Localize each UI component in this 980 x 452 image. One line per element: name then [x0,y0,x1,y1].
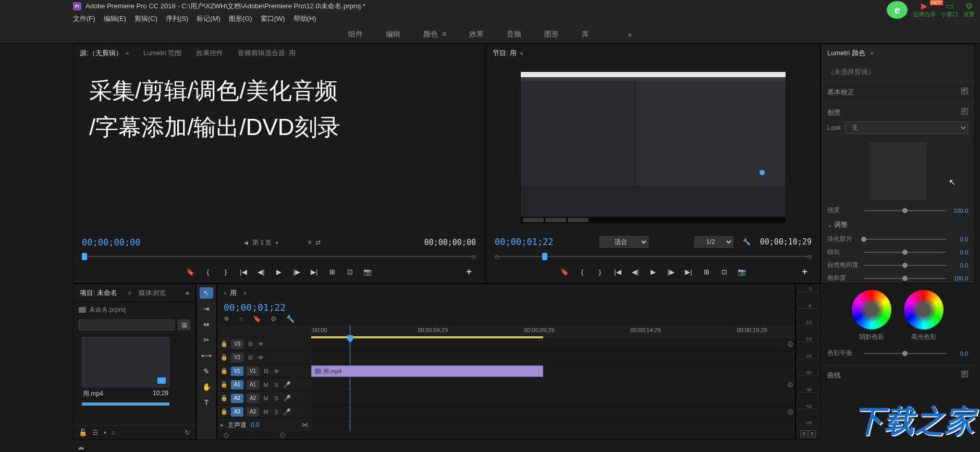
workspace-audio[interactable]: 音频 [507,30,521,39]
prog-export-frame-icon[interactable]: 📷 [737,266,747,277]
faded-value[interactable]: 0.0 [950,236,968,242]
timeline-zoom-scroll[interactable] [217,431,795,439]
shadow-tint-wheel[interactable] [852,290,891,329]
mute-icon[interactable]: M [262,382,270,388]
menu-help[interactable]: 帮助(H) [293,14,316,23]
prog-step-fwd-icon[interactable]: |▶ [666,266,676,277]
settings-tl-icon[interactable]: ⚙ [271,315,277,323]
lumetri-curves-section[interactable]: 曲线 [821,365,974,385]
workspace-effects[interactable]: 效果 [469,30,484,39]
track-v2[interactable]: 🔒 V2 ⊟ 👁 [217,351,311,364]
browser-icon[interactable]: e [887,1,908,19]
solo-right-icon[interactable]: S [808,430,816,437]
workspace-overflow-icon[interactable]: » [628,30,632,39]
menu-sequence[interactable]: 序列(S) [166,14,188,23]
slip-tool-icon[interactable]: ⟷ [200,350,213,361]
balance-value[interactable]: 0.0 [950,350,968,357]
zoom-fit-select[interactable]: 适合 [599,236,648,248]
prog-out-icon[interactable]: } [595,266,605,277]
pen-tool-icon[interactable]: ✎ [200,365,213,377]
settings-tool[interactable]: ⚙ 设置 [963,1,975,19]
expand-icon[interactable]: ▸ [220,421,224,429]
timeline-tracks[interactable]: ;00;00 00;00;04;29 00;00;09;29 00;00;14;… [311,325,795,431]
type-tool-icon[interactable]: T [200,397,213,408]
play-icon[interactable]: ▶ [274,266,284,277]
icon-view-icon[interactable]: ▪ [104,429,106,436]
prog-extract-icon[interactable]: ⊡ [719,266,729,277]
menu-markers[interactable]: 标记(M) [197,14,220,23]
arrows-icon[interactable]: ⇄ [315,239,321,246]
tab-project[interactable]: 项目: 未命名 [80,288,117,298]
saturation-slider[interactable] [864,278,946,279]
sharpen-slider[interactable] [864,252,946,253]
vscroll-handle[interactable] [788,341,793,347]
track-a1[interactable]: 🔒 A1 A1 M S 🎤 [217,378,311,392]
linked-selection-icon[interactable]: ∩ [239,315,243,323]
vibrance-value[interactable]: 0.0 [950,262,968,268]
selection-tool-icon[interactable]: ↖ [200,287,213,299]
creative-enable-checkbox[interactable] [961,108,968,115]
faded-slider[interactable] [864,239,946,240]
sharpen-value[interactable]: 0.0 [950,249,968,255]
program-scrubber[interactable] [495,253,812,264]
bowtie-icon[interactable]: ⋈ [302,421,308,429]
in-point-icon[interactable]: { [203,266,213,277]
track-a2[interactable]: 🔒 A2 A2 M S 🎤 [217,392,311,405]
marker-icon[interactable]: 🔖 [185,266,195,277]
clip-scrubber[interactable] [82,402,169,406]
list-view-icon[interactable]: ☰ [92,429,99,436]
curves-enable-checkbox[interactable] [961,371,968,377]
project-clip-item[interactable]: 用.mp4 10;29 [82,337,169,406]
step-fwd-icon[interactable]: |▶ [291,266,302,277]
list-icon[interactable]: ≡ [308,239,311,246]
page-dropdown-icon[interactable]: ▾ [276,240,278,246]
wrench-icon[interactable]: 🔧 [743,238,751,246]
timeline-ruler[interactable]: ;00;00 00;00;04;29 00;00;09;29 00;00;14;… [311,325,795,337]
ripple-tool-icon[interactable]: ⇔ [200,319,213,330]
lumetri-basic-section[interactable]: 基本校正 ↖ [821,82,974,102]
snap-icon[interactable]: ❄ [224,315,229,323]
track-a3[interactable]: 🔒 A3 A3 M S 🎤 [217,405,311,419]
hand-tool-icon[interactable]: ✋ [200,381,213,393]
master-track[interactable]: ▸ 主声道 0.0 ⋈ [217,419,311,431]
prog-add-button-icon[interactable]: + [802,266,807,277]
lumetri-creative-section[interactable]: 创意 Look 无 强度 100.0 ⌄调整 淡化胶片 0.0 锐化 0.0 [821,102,974,365]
menu-file[interactable]: 文件(F) [73,14,95,23]
page-prev-icon[interactable]: ◀ [244,240,248,246]
lock-icon[interactable]: 🔒 [220,340,228,347]
marker-tl-icon[interactable]: 🔖 [253,315,261,323]
saturation-value[interactable]: 100.0 [950,275,968,282]
export-frame-icon[interactable]: 📷 [362,266,373,277]
resolution-select[interactable]: 1/2 [694,236,733,248]
overwrite-icon[interactable]: ⊡ [345,266,355,277]
timeline-tab[interactable]: ×用≡ [224,288,789,298]
search-input[interactable] [79,320,175,330]
new-bin-icon[interactable]: ▦ [178,320,190,330]
goto-out-icon[interactable]: ▶| [309,266,320,277]
tab-effect-controls[interactable]: 效果控件 [196,48,223,58]
basic-enable-checkbox[interactable] [961,88,968,94]
timeline-timecode[interactable]: 00;00;01;22 [224,302,286,313]
project-overflow-icon[interactable]: » [186,289,189,297]
prog-goto-in-icon[interactable]: |◀ [612,266,623,277]
cloud-icon[interactable]: ☁ [77,443,84,451]
prog-goto-out-icon[interactable]: ▶| [683,266,694,277]
freeform-view-icon[interactable]: ○ [112,429,116,436]
tab-audio-mixer[interactable]: 音频剪辑混合器: 用 [238,48,296,58]
menu-graphics[interactable]: 图形(G) [229,14,252,23]
prog-play-icon[interactable]: ▶ [648,266,658,277]
timeline-clip[interactable]: 用.mp4 [311,365,543,377]
menu-clip[interactable]: 剪辑(C) [134,14,157,23]
workspace-color[interactable]: 颜色≡ [423,30,446,39]
highlight-tint-wheel[interactable] [904,290,944,329]
tab-lumetri-scopes[interactable]: Lumetri 范围 [143,48,181,58]
workspace-assembly[interactable]: 组件 [348,30,363,39]
insert-icon[interactable]: ⊞ [327,266,337,277]
balance-slider[interactable] [864,353,946,354]
menu-edit[interactable]: 编辑(E) [104,14,126,23]
prog-in-icon[interactable]: { [577,266,587,277]
source-scrubber[interactable] [82,253,476,264]
step-back-icon[interactable]: ◀| [256,266,266,277]
goto-in-icon[interactable]: |◀ [238,266,249,277]
source-timecode-in[interactable]: 00;00;00;00 [82,237,141,248]
